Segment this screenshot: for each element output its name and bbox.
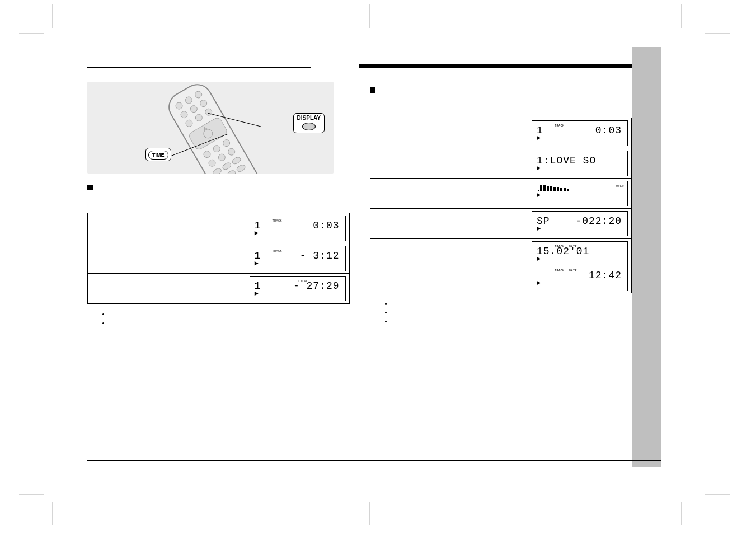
left-table: TRACK 10:03 ► TRACK 1- 3:12: [87, 213, 350, 304]
rule-left: [87, 67, 311, 68]
left-caption: [87, 194, 350, 207]
left-column: DISPLAY TIME TRACK 10:03: [87, 72, 350, 332]
lcd-display: TOTAL 1- 27:29 ►: [250, 276, 346, 301]
left-desc-2: [88, 243, 246, 274]
table-row: TRACK 10:03 ►: [370, 118, 632, 148]
lcd-display: TRACK 1- 3:12 ►: [250, 246, 346, 271]
table-row: OVER ►: [370, 179, 632, 209]
list-item: [392, 308, 632, 316]
table-row: TRACK DATE 15.02'01 ► TRACK DATE 12:42 ►: [370, 239, 632, 293]
table-row: 1:LOVE SO ►: [370, 148, 632, 179]
footer-rule: [87, 460, 661, 461]
left-subheading: [87, 184, 350, 191]
spectrum-icon: [537, 184, 622, 191]
lcd-display: TRACK DATE 12:42 ►: [532, 266, 628, 291]
page-content: DISPLAY TIME TRACK 10:03: [87, 64, 632, 450]
list-item: [392, 317, 632, 325]
lcd-display: TRACK 10:03 ►: [532, 120, 628, 146]
right-subheading: [370, 86, 632, 94]
list-item: [392, 299, 632, 307]
table-row: SP-022:20 ►: [370, 209, 632, 239]
list-item: [110, 310, 350, 317]
table-row: TRACK 1- 3:12 ►: [88, 243, 350, 274]
chapter-tab: [632, 47, 661, 467]
svg-line-35: [208, 113, 261, 127]
right-bullets: [370, 299, 632, 325]
lcd-display: TRACK 10:03 ►: [250, 216, 346, 241]
display-button-icon: [302, 123, 316, 130]
lcd-display: TRACK DATE 15.02'01 ►: [532, 241, 628, 266]
time-label: TIME: [148, 151, 168, 160]
time-callout: TIME: [145, 148, 171, 161]
display-label: DISPLAY: [297, 115, 321, 121]
left-bullets: [87, 310, 350, 326]
lcd-display: SP-022:20 ►: [532, 211, 628, 236]
lcd-display: 1:LOVE SO ►: [532, 151, 628, 176]
left-desc-1: [88, 213, 246, 243]
play-icon: ►: [537, 191, 622, 199]
list-item: [110, 318, 350, 326]
right-table: TRACK 10:03 ► 1:LOVE SO ►: [370, 118, 632, 293]
svg-line-36: [169, 134, 228, 157]
lcd-display: OVER ►: [532, 181, 628, 206]
display-callout: DISPLAY: [293, 113, 325, 133]
remote-diagram: DISPLAY TIME: [87, 82, 334, 174]
right-column: TRACK 10:03 ► 1:LOVE SO ►: [370, 72, 632, 332]
rule-right-bold: [359, 64, 632, 68]
table-row: TRACK 10:03 ►: [88, 213, 350, 243]
right-caption: [370, 96, 632, 112]
table-row: TOTAL 1- 27:29 ►: [88, 274, 350, 304]
left-desc-3: [88, 274, 246, 304]
